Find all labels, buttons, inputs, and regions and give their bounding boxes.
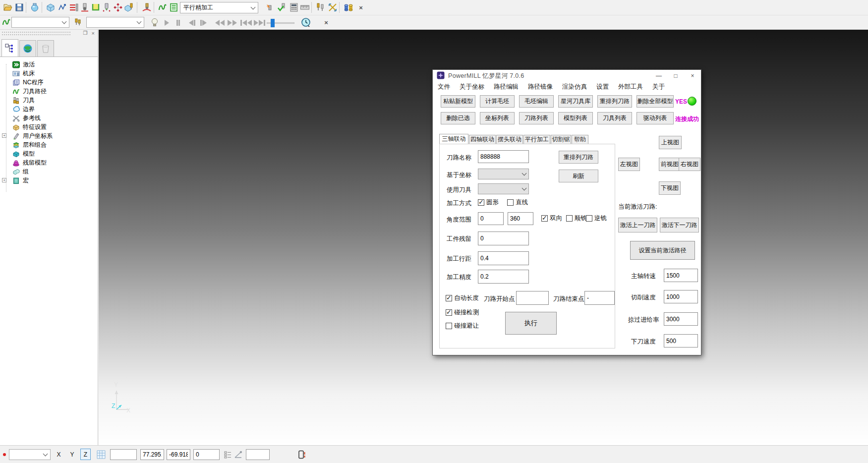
viewport-3d[interactable]: Y Z X PowerMILL 忆梦星河 7.0.6 — □ × 文件 关于坐标… [99, 30, 868, 445]
toolpath-moves-icon[interactable] [57, 1, 68, 13]
tool-check-icon[interactable] [276, 1, 288, 13]
conventional-checkbox[interactable]: 逆铣 [586, 214, 607, 223]
panel-close-icon[interactable]: × [92, 30, 95, 36]
playbar-close-icon[interactable]: × [320, 16, 332, 28]
tool-list-button[interactable]: 刀具列表 [597, 112, 632, 124]
angle-from-input[interactable] [478, 212, 504, 225]
tree-item-nc-programs[interactable]: NC程序 [0, 78, 98, 87]
cursor-x-field[interactable] [140, 449, 164, 460]
climb-checkbox[interactable]: 顺铣 [566, 214, 587, 223]
tab-4axis[interactable]: 四轴联动 [469, 135, 496, 144]
tool-star-icon[interactable] [264, 1, 276, 13]
line-checkbox[interactable]: 直线 [507, 198, 528, 207]
menu-render-sim[interactable]: 渲染仿真 [562, 83, 587, 91]
toolpath-list-button[interactable]: 刀路列表 [519, 112, 554, 124]
tree-item-stock-models[interactable]: 残留模型 [0, 158, 98, 167]
save-icon[interactable] [13, 1, 25, 13]
pattern-icon[interactable] [112, 1, 124, 13]
step-forward-icon[interactable] [200, 19, 207, 27]
tab-swivel[interactable]: 摆头联动 [496, 135, 523, 144]
drive-list-button[interactable]: 驱动列表 [637, 112, 674, 124]
based-coord-combobox[interactable] [478, 169, 529, 179]
menu-external-tools[interactable]: 外部工具 [618, 83, 643, 91]
tree-item-toolpaths[interactable]: 刀具路径 [0, 87, 98, 96]
tree-item-tools[interactable]: 刀具 [0, 96, 98, 105]
tree-item-activate[interactable]: 激活 [0, 60, 98, 69]
speed-slider-handle[interactable] [271, 19, 275, 27]
drill-icon[interactable] [101, 1, 113, 13]
menu-file[interactable]: 文件 [438, 83, 450, 91]
tree-item-groups[interactable]: 组 [0, 167, 98, 176]
panel-grip[interactable]: ❐ × [0, 30, 98, 39]
paste-new-model-button[interactable]: 粘贴新模型 [441, 95, 475, 108]
collision-avoid-checkbox[interactable]: 碰撞避让 [446, 322, 479, 330]
tab-parallel[interactable]: 平行加工 [523, 135, 550, 144]
transform-arrows-icon[interactable] [327, 1, 339, 13]
tree-expand-icon[interactable]: + [2, 133, 6, 138]
tree-item-macros[interactable]: +宏 [0, 176, 98, 185]
tab-saw[interactable]: 切割锯 [551, 135, 571, 144]
protractor-icon[interactable] [233, 449, 244, 460]
delete-all-models-button[interactable]: 删除全部模型 [637, 95, 674, 108]
skim-feed-input[interactable] [664, 312, 698, 326]
tree-item-feature-sets[interactable]: 特征设置 [0, 122, 98, 131]
simulate-tool-icon[interactable] [141, 1, 153, 13]
menu-settings[interactable]: 设置 [596, 83, 609, 91]
toolpath-coil-icon[interactable] [0, 16, 12, 28]
ball-tool-icon[interactable] [79, 1, 91, 13]
tab-help[interactable]: 帮助 [572, 135, 588, 144]
db-cylinders-icon[interactable] [343, 1, 354, 13]
axis-x-button[interactable]: X [54, 449, 64, 460]
angle-to-input[interactable] [508, 212, 533, 225]
plunge-speed-input[interactable] [664, 334, 698, 347]
tab-3axis[interactable]: 三轴联动 [439, 134, 468, 144]
calc-stock-button[interactable]: 计算毛坯 [480, 95, 515, 108]
stock-icon[interactable] [90, 1, 102, 13]
view-top-button[interactable]: 上视图 [659, 136, 682, 149]
tree-item-models[interactable]: 模型 [0, 149, 98, 158]
view-right-button[interactable]: 右视图 [679, 158, 700, 171]
maximize-button[interactable]: □ [667, 70, 684, 82]
menu-about-coords[interactable]: 关于坐标 [460, 83, 484, 91]
delete-selected-button[interactable]: 删除已选 [441, 112, 475, 124]
set-active-path-button[interactable]: 设置当前激活路径 [630, 241, 695, 260]
tool-pair-icon[interactable] [314, 1, 326, 13]
axis-y-button[interactable]: Y [67, 449, 77, 460]
execute-button[interactable]: 执行 [505, 312, 557, 335]
tree-item-workplanes[interactable]: +用户坐标系 [0, 131, 98, 140]
view-bottom-button[interactable]: 下视图 [659, 181, 681, 195]
bulb-icon[interactable] [149, 16, 161, 28]
toolbar-close-icon[interactable]: × [355, 1, 367, 13]
menu-about[interactable]: 关于 [652, 83, 665, 91]
activate-prev-button[interactable]: 激活上一刀路 [618, 218, 657, 232]
status-blank-field-2[interactable] [246, 449, 270, 460]
skip-start-icon[interactable] [240, 19, 252, 27]
simulation-toolpath-combobox[interactable] [11, 17, 69, 28]
pause-icon[interactable] [176, 19, 180, 27]
menu-path-mirror[interactable]: 路径镜像 [528, 83, 553, 91]
strategy-combobox[interactable]: 平行精加工 [180, 2, 258, 13]
ruler-icon[interactable] [299, 1, 311, 13]
circle-checkbox[interactable]: 圆形 [478, 198, 499, 207]
collision-check-checkbox[interactable]: 碰撞检测 [446, 308, 479, 317]
use-tool-combobox[interactable] [478, 183, 529, 194]
bidirectional-checkbox[interactable]: 双向 [541, 214, 562, 223]
clock-icon[interactable] [300, 16, 312, 28]
view-front-button[interactable]: 前视图 [659, 158, 681, 171]
cutting-speed-input[interactable] [664, 290, 698, 303]
model-ball-icon[interactable] [29, 1, 41, 13]
cursor-z-field[interactable] [193, 449, 220, 460]
activate-next-button[interactable]: 激活下一刀路 [660, 218, 699, 232]
rewind-icon[interactable] [215, 19, 225, 27]
play-icon[interactable] [165, 19, 169, 27]
auto-length-checkbox[interactable]: 自动长度 [446, 294, 479, 302]
tree-item-boundaries[interactable]: 边界 [0, 105, 98, 114]
trash-tab[interactable] [37, 40, 54, 57]
menu-path-edit[interactable]: 路径编辑 [494, 83, 519, 91]
toolpath-coil-icon[interactable] [157, 1, 169, 13]
tree-item-patterns[interactable]: 参考线 [0, 114, 98, 122]
dialog-titlebar[interactable]: PowerMILL 忆梦星河 7.0.6 — □ × [433, 70, 701, 82]
start-point-input[interactable] [516, 291, 549, 305]
stepover-input[interactable] [478, 251, 529, 265]
end-point-input[interactable] [584, 291, 615, 305]
